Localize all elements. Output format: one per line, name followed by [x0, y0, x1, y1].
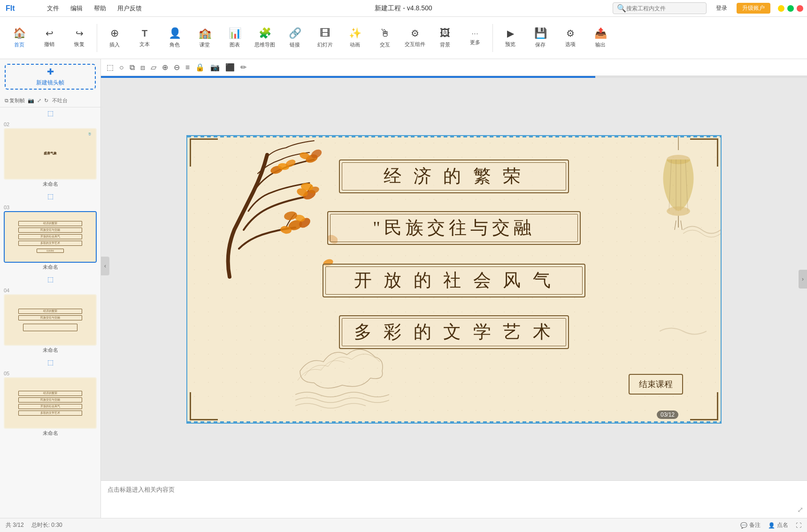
- toolbar-interact-comp[interactable]: ⚙ 交互组件: [400, 19, 430, 57]
- expand-button[interactable]: ⤢: [37, 98, 41, 104]
- frame-item-05[interactable]: 05 经济的繁荣 民族交往与交融 开放的社会风气 多彩的文学艺术 未命名: [4, 370, 97, 438]
- maximize-button[interactable]: [787, 5, 794, 12]
- titlebar: FIt 文件 编辑 帮助 用户反馈 新建工程 - v4.8.500 🔍 登录 升…: [0, 0, 807, 17]
- ct-circle-icon[interactable]: ○: [117, 61, 126, 74]
- add-frame-icon: ✚: [47, 67, 54, 77]
- undo-icon: ↩: [46, 28, 54, 39]
- home-icon: 🏠: [13, 27, 26, 39]
- canvas-wrapper: 经 济 的 繁 荣 "民族交往与交融 开 放 的 社 会 风 气 多 彩 的 文…: [101, 78, 807, 480]
- ct-select-icon[interactable]: ⬚: [105, 61, 115, 74]
- frame-num-03: 03: [4, 204, 97, 211]
- ct-shape-icon[interactable]: ▱: [149, 61, 158, 74]
- main-toolbar: 🏠 首页 ↩ 撤销 ↪ 恢复 ⊕ 插入 T 文本 👤 角色 🏫 课堂 📊 图表 …: [0, 17, 807, 59]
- role-icon: 👤: [169, 27, 181, 39]
- toolbar-home[interactable]: 🏠 首页: [5, 19, 34, 57]
- toolbar-class[interactable]: 🏫 课堂: [190, 19, 219, 57]
- close-button[interactable]: [797, 5, 803, 12]
- duration: 总时长: 0:30: [31, 521, 62, 529]
- class-icon: 🏫: [199, 27, 211, 39]
- toolbar-more[interactable]: ··· 更多: [461, 19, 490, 57]
- ct-copy2-icon[interactable]: ⧇: [138, 61, 147, 74]
- link-icon: 🔗: [289, 27, 301, 39]
- text-box-2[interactable]: "民族交往与交融: [327, 211, 581, 245]
- frame-icon-04: ⬚: [0, 274, 100, 285]
- ct-fill-icon[interactable]: ⬛: [223, 61, 237, 74]
- toolbar-export-label: 输出: [595, 41, 606, 48]
- toolbar-sep-2: [492, 24, 493, 52]
- notes-expand-button[interactable]: ⤢: [793, 481, 807, 518]
- mindmap-icon: 🧩: [259, 27, 271, 39]
- search-input[interactable]: [626, 5, 692, 12]
- notes-textarea[interactable]: [101, 481, 793, 518]
- ct-zoomout-icon[interactable]: ⊖: [172, 61, 182, 74]
- frame-num-02: 02: [4, 121, 97, 128]
- toolbar-options[interactable]: ⚙ 选项: [556, 19, 585, 57]
- notes-area: ⤢: [101, 480, 807, 518]
- menu-file[interactable]: 文件: [42, 2, 64, 15]
- points-button[interactable]: 👤 点名: [768, 521, 788, 529]
- canvas-right-collapse[interactable]: ›: [799, 270, 807, 289]
- wave-decoration-2: [660, 324, 707, 338]
- frame-label-04: 未命名: [4, 346, 97, 355]
- ct-camera-icon[interactable]: 📷: [208, 61, 222, 74]
- svg-line-27: [681, 220, 682, 230]
- toolbar-link[interactable]: 🔗 链接: [280, 19, 309, 57]
- toolbar-chart[interactable]: 📊 图表: [220, 19, 249, 57]
- toolbar-bg[interactable]: 🖼 背景: [430, 19, 460, 57]
- end-course-button[interactable]: 结束课程: [629, 374, 683, 395]
- frame-item-03[interactable]: 03 经济的繁荣 民族交往与交融 开放的社会风气 多彩的文学艺术 结束课程 未命…: [4, 204, 97, 272]
- toolbar-slide[interactable]: 🎞 幻灯片: [310, 19, 339, 57]
- search-box[interactable]: 🔍: [613, 2, 707, 14]
- toolbar-interact[interactable]: 🖱 交互: [370, 19, 400, 57]
- frame-item-04[interactable]: 04 经济的繁荣 民族交往与交融 未命名: [4, 287, 97, 355]
- slide-count: 共 3/12: [6, 521, 24, 529]
- slide-canvas[interactable]: 经 济 的 繁 荣 "民族交往与交融 开 放 的 社 会 风 气 多 彩 的 文…: [186, 135, 722, 424]
- toolbar-save[interactable]: 💾 保存: [526, 19, 555, 57]
- toolbar-undo-label: 撤销: [44, 41, 54, 48]
- toolbar-anim[interactable]: ✨ 动画: [340, 19, 369, 57]
- frame-thumb-02: 盛唐气象 🍵: [4, 128, 97, 180]
- frame-item-02[interactable]: 02 盛唐气象 🍵 未命名: [4, 121, 97, 189]
- toolbar-insert[interactable]: ⊕ 插入: [100, 19, 129, 57]
- toolbar-export[interactable]: 📤 输出: [586, 19, 615, 57]
- toolbar-home-label: 首页: [14, 41, 24, 48]
- toolbar-undo[interactable]: ↩ 撤销: [35, 19, 64, 57]
- notes-button[interactable]: 💬 备注: [740, 521, 761, 529]
- text-box-1[interactable]: 经 济 的 繁 荣: [339, 160, 569, 193]
- frame-thumb-04: 经济的繁荣 民族交往与交融: [4, 294, 97, 346]
- new-frame-button[interactable]: ✚ 新建镜头帧: [5, 64, 96, 90]
- toolbar-chart-label: 图表: [230, 41, 240, 48]
- toolbar-preview[interactable]: ▶ 预览: [496, 19, 525, 57]
- menu-help[interactable]: 帮助: [89, 2, 111, 15]
- points-icon: 👤: [768, 522, 775, 529]
- menu-edit[interactable]: 编辑: [66, 2, 87, 15]
- toolbar-sep-1: [97, 24, 97, 52]
- login-button[interactable]: 登录: [710, 3, 733, 14]
- ct-copy-icon[interactable]: ⧉: [128, 61, 137, 74]
- refresh-button[interactable]: ↻: [44, 98, 48, 104]
- sidebar-collapse-button[interactable]: ‹: [101, 257, 109, 275]
- frame-icon-05: ⬚: [0, 357, 100, 368]
- frame-icon-02: ⬚: [0, 107, 100, 119]
- fullscreen-button[interactable]: ⛶: [796, 522, 801, 529]
- ct-lock-icon[interactable]: 🔒: [193, 61, 207, 74]
- corner-decoration-bl: [190, 392, 218, 420]
- upgrade-button[interactable]: 升级账户: [737, 3, 770, 14]
- ct-zoomin-icon[interactable]: ⊕: [160, 61, 170, 74]
- copy-frame-button[interactable]: ⧉ 复制帧: [5, 97, 25, 104]
- text-box-3[interactable]: 开 放 的 社 会 风 气: [323, 264, 585, 297]
- slide-icon: 🎞: [320, 27, 330, 39]
- menu-feedback[interactable]: 用户反馈: [113, 2, 146, 15]
- minimize-button[interactable]: [778, 5, 784, 12]
- toolbar-mindmap[interactable]: 🧩 思维导图: [250, 19, 279, 57]
- text-box-4[interactable]: 多 彩 的 文 学 艺 术: [339, 315, 569, 349]
- search-icon: 🔍: [617, 4, 626, 13]
- toolbar-text[interactable]: T 文本: [130, 19, 159, 57]
- ct-edit-icon[interactable]: ✏: [238, 61, 248, 74]
- camera-button[interactable]: 📷: [28, 98, 34, 104]
- toolbar-role[interactable]: 👤 角色: [160, 19, 189, 57]
- toolbar-redo[interactable]: ↪ 恢复: [65, 19, 94, 57]
- svg-line-26: [675, 220, 676, 230]
- ct-align-icon[interactable]: ≡: [184, 61, 192, 74]
- frame-controls: ⧉ 复制帧 📷 ⤢ ↻ 不吐台: [0, 94, 100, 107]
